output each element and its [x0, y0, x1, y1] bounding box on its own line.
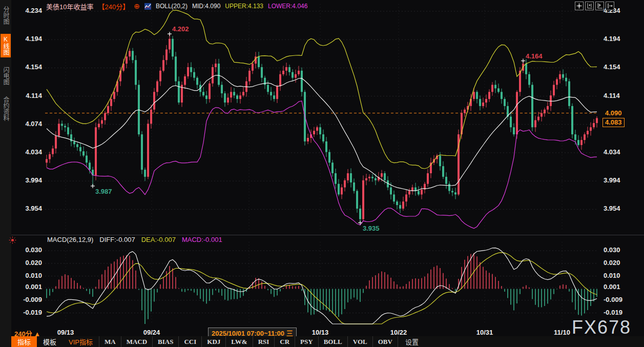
macd-axis-label-left: -0.019 — [12, 309, 42, 316]
indicator-button-kdj[interactable]: KDJ — [201, 336, 225, 347]
price-axis-label-right: 4.154 — [604, 63, 633, 71]
shift-right-icon[interactable] — [606, 2, 614, 10]
indicator-button-lw[interactable]: LW& — [225, 336, 252, 347]
macd-svg — [45, 241, 598, 325]
svg-text:4.164: 4.164 — [526, 52, 543, 60]
indicator-button-cci[interactable]: CCI — [178, 336, 201, 347]
macd-name: MACD(26,12,9) — [47, 236, 93, 243]
boll-upper-value: UPPER:4.133 — [225, 3, 263, 10]
indicator-button-cr[interactable]: CR — [274, 336, 295, 347]
macd-axis-label-left: 0.010 — [12, 272, 42, 279]
macd-axis-label-left: 0.030 — [12, 246, 42, 254]
price-axis-label-right: 3.954 — [604, 205, 633, 212]
settings-button[interactable]: 设置 — [400, 336, 424, 347]
macd-axis-label-right: 0.020 — [604, 259, 633, 267]
macd-axis-label-right: 0.010 — [604, 272, 633, 279]
svg-text:4.202: 4.202 — [172, 25, 189, 33]
macd-axis-label-left: 0.001 — [12, 283, 42, 291]
macd-axis-label-right: -0.009 — [604, 296, 633, 303]
fx678-watermark: FX678 — [572, 317, 631, 338]
plus-circle-icon[interactable]: ⊕ — [134, 2, 140, 10]
chart-header: 美债10年收益率 【240分】 ⊕ BOLL(20,2) MID:4.090 U… — [46, 2, 307, 11]
left-sidebar: 分时图K线图闪电图合约资料 — [0, 0, 11, 347]
indicator-button-boll[interactable]: BOLL — [318, 336, 347, 347]
boll-label: BOLL(20,2) — [156, 3, 188, 10]
flash-icon[interactable] — [9, 236, 16, 246]
indicator-button-vol[interactable]: VOL — [347, 336, 372, 347]
panel-divider — [11, 235, 644, 235]
macd-axis-label-right: -0.019 — [604, 309, 633, 316]
sidebar-item-1[interactable]: K线图 — [1, 34, 11, 57]
indicator-button-psy[interactable]: PSY — [295, 336, 318, 347]
price-axis-label-left: 4.234 — [12, 7, 42, 14]
indicator-button-obv[interactable]: OBV — [372, 336, 398, 347]
indicator-button-ma[interactable]: MA — [99, 336, 121, 347]
price-axis-label-left: 3.954 — [12, 205, 42, 212]
timeline-tick: 10/13 — [303, 329, 338, 336]
macd-hist-value: MACD:-0.001 — [182, 236, 222, 243]
y-axis-fit-icon[interactable] — [585, 2, 594, 10]
indicator-button-rsi[interactable]: RSI — [253, 336, 275, 347]
pan-icon[interactable] — [575, 2, 584, 10]
sidebar-item-0[interactable]: 分时图 — [1, 4, 11, 27]
x-axis-fit-icon[interactable] — [595, 2, 604, 10]
indicator-group: MAMACDBIASCCIKDJLW&RSICRPSYBOLLVOLOBV — [99, 336, 398, 347]
price-axis-label-right: 3.994 — [604, 176, 633, 184]
bottom-toolbar: 指标 模板 VIP指标 MAMACDBIASCCIKDJLW&RSICRPSYB… — [11, 336, 644, 347]
price-line-tag: 4.090 — [604, 109, 624, 117]
mini-chart-icon[interactable] — [144, 3, 151, 10]
last-price-tag: 4.083 — [603, 118, 625, 127]
macd-diff-value: DIFF:-0.007 — [99, 236, 135, 243]
indicator-button-macd[interactable]: MACD — [121, 336, 152, 347]
timeline-tick: 10/22 — [381, 329, 416, 336]
sidebar-item-3[interactable]: 合约资料 — [1, 94, 11, 123]
price-axis-label-right: 4.194 — [604, 35, 633, 43]
svg-text:3.935: 3.935 — [363, 224, 380, 232]
price-axis-label-left: 3.994 — [12, 176, 42, 184]
price-axis-label-right: 4.114 — [604, 92, 633, 99]
price-axis-label-left: 4.034 — [12, 148, 42, 156]
price-axis-label-right: 4.034 — [604, 148, 633, 156]
boll-lower-value: LOWER:4.046 — [268, 3, 307, 10]
period-tag: 【240分】 — [98, 2, 129, 11]
macd-canvas[interactable] — [45, 241, 598, 325]
main-chart-canvas[interactable]: 4.2023.9874.1643.935 — [45, 0, 598, 235]
timeline-tick: 09/13 — [48, 329, 83, 336]
sidebar-item-2[interactable]: 闪电图 — [1, 65, 11, 87]
svg-text:3.987: 3.987 — [95, 188, 112, 195]
timeline-tick: 09/24 — [134, 329, 169, 336]
price-axis-label-left: 4.074 — [12, 120, 42, 128]
macd-axis-label-left: 0.020 — [12, 259, 42, 267]
price-axis-label-left: 4.194 — [12, 35, 42, 43]
timeline-tick: 10/31 — [467, 329, 502, 336]
chart-tool-buttons — [575, 2, 614, 10]
main-chart-svg: 4.2023.9874.1643.935 — [45, 0, 598, 235]
macd-dea-value: DEA:-0.007 — [141, 236, 176, 243]
tab-template[interactable]: 模板 — [37, 336, 63, 347]
price-axis-label-left: 4.114 — [12, 92, 42, 99]
macd-axis-label-right: 0.001 — [604, 283, 633, 291]
boll-mid-value: MID:4.090 — [192, 3, 220, 10]
macd-axis-label-left: -0.009 — [12, 296, 42, 303]
tab-indicator[interactable]: 指标 — [11, 336, 37, 347]
chart-app-window: 分时图K线图闪电图合约资料 美债10年收益率 【240分】 ⊕ BOLL(20,… — [0, 0, 644, 347]
tab-vip-indicator[interactable]: VIP指标 — [63, 336, 99, 347]
indicator-button-bias[interactable]: BIAS — [152, 336, 178, 347]
macd-axis-label-right: 0.030 — [604, 246, 633, 254]
instrument-title: 美债10年收益率 — [46, 2, 93, 11]
price-axis-label-left: 4.154 — [12, 63, 42, 71]
macd-header: MACD(26,12,9) DIFF:-0.007 DEA:-0.007 MAC… — [47, 236, 222, 243]
